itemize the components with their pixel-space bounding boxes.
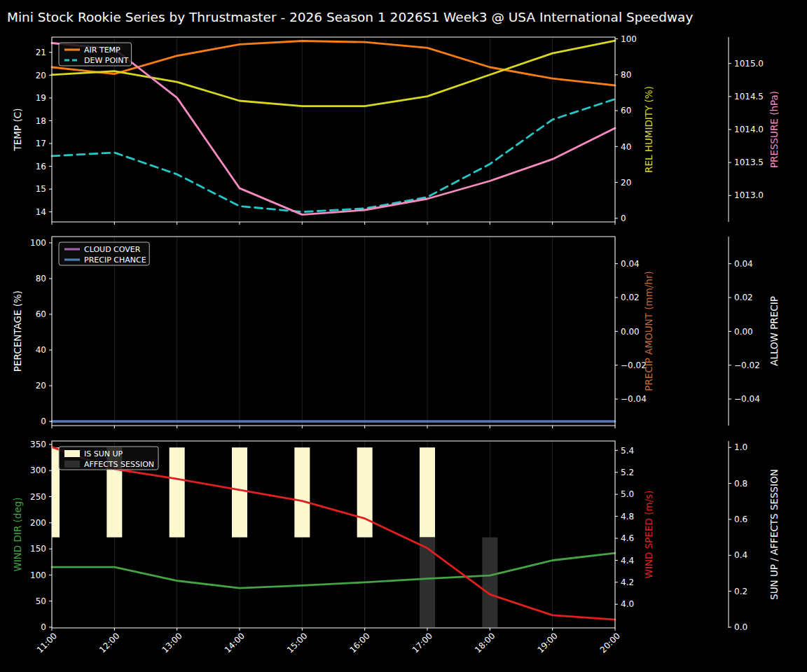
legend: AIR TEMPDEW POINT bbox=[59, 43, 132, 66]
axis-rel-humidity-: 020406080100REL HUMIDITY (%) bbox=[615, 34, 654, 223]
axis-title: REL HUMIDITY (%) bbox=[643, 86, 654, 173]
y-tick-label: 4.2 bbox=[621, 578, 634, 587]
x-tick-label: 11:00 bbox=[35, 631, 59, 654]
legend-label: AIR TEMP bbox=[84, 46, 120, 55]
y-tick-label: −0.04 bbox=[621, 394, 647, 404]
series-air-temp bbox=[52, 41, 615, 86]
axis-title: SUN UP / AFFECTS SESSION bbox=[768, 469, 780, 600]
legend: CLOUD COVERPRECIP CHANCE bbox=[59, 242, 149, 265]
bar-affects-session bbox=[482, 538, 497, 627]
x-tick-label: 17:00 bbox=[411, 631, 434, 654]
y-tick-label: 0.00 bbox=[621, 327, 640, 337]
legend-label: CLOUD COVER bbox=[84, 245, 141, 254]
y-tick-label: 16 bbox=[36, 162, 46, 172]
y-tick-label: 21 bbox=[36, 48, 46, 57]
axis-title: PERCENTAGE (%) bbox=[12, 290, 23, 372]
x-tick-label: 20:00 bbox=[598, 631, 622, 654]
series-rel-humidity bbox=[52, 41, 615, 106]
axis-pressure-hpa-: 1013.01013.51014.01014.51015.0PRESSURE (… bbox=[729, 59, 780, 201]
y-tick-label: 80 bbox=[621, 70, 631, 80]
y-tick-label: 18 bbox=[36, 116, 46, 126]
x-tick-label: 16:00 bbox=[347, 631, 371, 654]
y-tick-label: 0 bbox=[621, 214, 626, 223]
y-tick-label: 20 bbox=[621, 178, 631, 188]
legend-label: DEW POINT bbox=[84, 56, 129, 65]
y-tick-label: 1.0 bbox=[734, 442, 747, 452]
y-tick-label: 1013.5 bbox=[734, 158, 764, 167]
y-tick-label: 1014.5 bbox=[734, 92, 764, 102]
x-tick-label: 13:00 bbox=[160, 631, 184, 654]
x-tick-label: 18:00 bbox=[473, 631, 497, 654]
axis-wind-speed-m-s-: 4.04.24.44.64.85.05.25.4WIND SPEED (m/s) bbox=[615, 446, 654, 610]
bar-is-sun-up bbox=[357, 447, 373, 537]
bar-is-sun-up bbox=[294, 447, 310, 537]
y-tick-label: 60 bbox=[621, 106, 631, 115]
y-tick-label: 4.8 bbox=[621, 512, 634, 522]
x-tick-label: 14:00 bbox=[223, 631, 247, 654]
y-tick-label: 4.0 bbox=[621, 599, 634, 609]
y-tick-label: 0.0 bbox=[734, 622, 747, 632]
axis-title: PRESSURE (hPa) bbox=[768, 91, 780, 168]
y-tick-label: 4.6 bbox=[621, 533, 634, 543]
y-tick-label: 5.0 bbox=[621, 489, 634, 499]
bar-is-sun-up bbox=[170, 447, 185, 537]
bar-affects-session bbox=[420, 538, 435, 627]
series-wind-dir bbox=[52, 553, 615, 588]
y-tick-label: 17 bbox=[36, 139, 46, 148]
y-tick-label: 60 bbox=[36, 309, 46, 319]
axis-title: TEMP (C) bbox=[12, 108, 23, 152]
y-tick-label: 0.04 bbox=[734, 259, 753, 269]
legend-label: PRECIP CHANCE bbox=[84, 255, 146, 265]
y-tick-label: 5.4 bbox=[621, 446, 634, 456]
weather-chart-svg: 1415161718192021TEMP (C)020406080100REL … bbox=[0, 0, 807, 672]
x-tick-label: 19:00 bbox=[535, 631, 559, 654]
y-tick-label: 40 bbox=[36, 345, 46, 355]
y-tick-label: 100 bbox=[621, 34, 637, 44]
y-tick-label: 0 bbox=[41, 416, 46, 426]
y-tick-label: 350 bbox=[30, 440, 46, 449]
y-tick-label: 40 bbox=[621, 142, 631, 152]
temperature-panel: 1415161718192021TEMP (C)020406080100REL … bbox=[12, 34, 780, 225]
axis-temp-c-: 1415161718192021TEMP (C) bbox=[12, 48, 52, 217]
y-tick-label: 0.4 bbox=[734, 550, 747, 560]
y-tick-label: 0.00 bbox=[734, 327, 753, 337]
axis-allow-precip: −0.04−0.020.000.020.04ALLOW PRECIP bbox=[729, 259, 780, 404]
axis-precip-amount-mm-hr-: −0.04−0.020.000.020.04PRECIP AMOUNT (mm/… bbox=[615, 259, 654, 404]
axis-title: ALLOW PRECIP bbox=[768, 296, 780, 366]
y-tick-label: 20 bbox=[36, 71, 46, 80]
weather-forecast-figure: 1415161718192021TEMP (C)020406080100REL … bbox=[0, 0, 807, 672]
legend-swatch-affects-session bbox=[64, 461, 80, 468]
y-tick-label: 19 bbox=[36, 93, 46, 103]
y-tick-label: 4.4 bbox=[621, 556, 634, 566]
legend-swatch-is-sun-up bbox=[64, 450, 80, 457]
y-tick-label: 0.8 bbox=[734, 479, 747, 489]
axis-title: PRECIP AMOUNT (mm/hr) bbox=[643, 271, 654, 391]
y-tick-label: 5.2 bbox=[621, 468, 634, 477]
y-tick-label: 1013.0 bbox=[734, 190, 764, 200]
series-wind-speed bbox=[52, 447, 615, 620]
y-tick-label: 14 bbox=[36, 207, 46, 217]
axis-sun-up-affects-session: 0.00.20.40.60.81.0SUN UP / AFFECTS SESSI… bbox=[729, 442, 780, 632]
y-tick-label: 0.02 bbox=[621, 293, 640, 302]
y-tick-label: 0.02 bbox=[734, 293, 753, 302]
precipitation-panel: 020406080100PERCENTAGE (%)−0.04−0.020.00… bbox=[12, 237, 780, 428]
y-tick-label: 250 bbox=[30, 492, 46, 502]
panel-border bbox=[52, 37, 615, 222]
chart-title: Mini Stock Rookie Series by Thrustmaster… bbox=[7, 10, 693, 24]
y-tick-label: 200 bbox=[30, 518, 46, 528]
y-tick-label: −0.02 bbox=[734, 360, 760, 370]
series-pressure bbox=[52, 43, 615, 215]
y-tick-label: 50 bbox=[36, 596, 46, 606]
axis-percentage-: 020406080100PERCENTAGE (%) bbox=[12, 238, 52, 426]
x-tick-label: 15:00 bbox=[285, 631, 309, 654]
y-tick-label: 20 bbox=[36, 381, 46, 391]
y-tick-label: 100 bbox=[30, 238, 46, 248]
bar-is-sun-up bbox=[232, 447, 247, 537]
y-tick-label: 1015.0 bbox=[734, 59, 764, 69]
legend-label: AFFECTS SESSION bbox=[84, 460, 154, 469]
axis-title: WIND SPEED (m/s) bbox=[643, 491, 654, 579]
y-tick-label: 15 bbox=[36, 184, 46, 194]
y-tick-label: −0.04 bbox=[734, 394, 760, 404]
axis-title: WIND DIR (deg) bbox=[12, 497, 23, 571]
y-tick-label: 150 bbox=[30, 544, 46, 554]
